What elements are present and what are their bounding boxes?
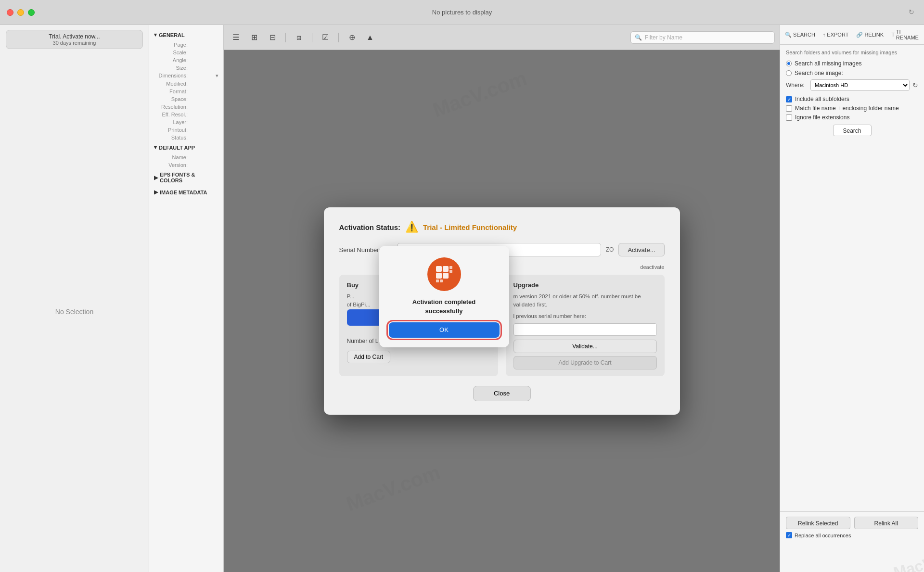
- toolbar-sep-2: [312, 33, 312, 42]
- search-all-radio[interactable]: [786, 61, 792, 66]
- properties-sidebar: ▾ GENERAL Page: Scale: Angle: Size: Dime…: [149, 25, 224, 572]
- chevron-down-icon-2: ▾: [154, 144, 157, 151]
- prev-serial-input[interactable]: [513, 323, 657, 336]
- section-default-app[interactable]: ▾ DEFAULT APP: [149, 141, 223, 153]
- refresh-icon[interactable]: ↻: [912, 81, 918, 89]
- success-dialog: Activation completedsuccessfully OK: [379, 246, 509, 347]
- replace-all-row: ✓ Replace all occurrences: [786, 532, 918, 538]
- left-sidebar: Trial. Activate now... 30 days remaining…: [0, 25, 149, 572]
- maximize-button[interactable]: [28, 9, 35, 16]
- upgrade-text: m version 2021 or older at 50% off. numb…: [513, 292, 657, 309]
- add-upgrade-button[interactable]: Add Upgrade to Cart: [513, 356, 657, 369]
- export-panel-btn[interactable]: ↑ EXPORT: [823, 32, 849, 38]
- relink-panel-btn[interactable]: 🔗 RELINK: [856, 32, 884, 38]
- svg-rect-5: [449, 266, 452, 269]
- right-panel: 🔍 SEARCH ↑ EXPORT 🔗 RELINK T TI RENAME S…: [780, 25, 924, 572]
- match-filename-row[interactable]: Match file name + enclosing folder name: [786, 105, 918, 112]
- prop-space: Space:: [149, 95, 223, 103]
- where-select[interactable]: Macintosh HD: [810, 79, 910, 91]
- title-prefix: Activation Status:: [339, 223, 401, 231]
- reload-icon[interactable]: ↻: [909, 8, 917, 17]
- prop-name: Name:: [149, 153, 223, 161]
- traffic-lights: [7, 9, 35, 16]
- trial-title: Trial. Activate now...: [12, 33, 137, 40]
- list-view-btn[interactable]: ☰: [229, 31, 243, 44]
- prop-layer: Layer:: [149, 118, 223, 126]
- add-to-cart-button[interactable]: Add to Cart: [347, 351, 391, 363]
- toolbar-sep-3: [338, 33, 339, 42]
- ignore-extensions-label: Ignore file extensions: [795, 114, 849, 121]
- svg-rect-8: [440, 280, 443, 282]
- search-all-label: Search all missing images: [795, 60, 861, 67]
- relink-selected-button[interactable]: Relink Selected: [786, 517, 850, 529]
- svg-rect-6: [449, 270, 452, 273]
- export-icon: ↑: [823, 32, 826, 38]
- svg-rect-4: [443, 273, 449, 279]
- search-one-radio[interactable]: [786, 70, 792, 76]
- watermark-3: MacV: [892, 554, 924, 572]
- filter-placeholder: Filter by Name: [645, 34, 682, 41]
- replace-all-label: Replace all occurrences: [795, 533, 851, 538]
- alert-btn[interactable]: ▲: [363, 31, 377, 44]
- prop-dimensions: Dimensions:▾: [149, 72, 223, 80]
- license-dialog: Activation Status: ⚠️ Trial - Limited Fu…: [324, 207, 680, 415]
- minimize-button[interactable]: [17, 9, 24, 16]
- close-button[interactable]: Close: [473, 386, 531, 401]
- dialog-overlay: Activation Status: ⚠️ Trial - Limited Fu…: [224, 50, 780, 572]
- prop-scale: Scale:: [149, 49, 223, 56]
- gallery-view-btn[interactable]: ⊟: [265, 31, 280, 44]
- close-button[interactable]: [7, 9, 13, 16]
- svg-rect-1: [436, 266, 442, 272]
- no-selection-label: No Selection: [0, 51, 149, 572]
- include-subfolders-label: Include all subfolders: [795, 96, 849, 102]
- include-subfolders-checkbox[interactable]: ✓: [786, 96, 792, 102]
- search-icon-panel: 🔍: [785, 32, 792, 38]
- main-toolbar: ☰ ⊞ ⊟ ⧈ ☑ ⊕ ▲ 🔍 Filter by Name: [224, 25, 780, 50]
- section-eps[interactable]: ▶ EPS FONTS & COLORS: [149, 169, 223, 186]
- search-execute-button[interactable]: Search: [833, 125, 872, 136]
- svg-rect-2: [443, 266, 449, 272]
- section-general[interactable]: ▾ GENERAL: [149, 29, 223, 41]
- relink-icon: 🔗: [856, 32, 863, 38]
- toolbar-sep-1: [285, 33, 286, 42]
- match-filename-checkbox[interactable]: [786, 105, 792, 112]
- right-panel-content: Search folders and volumes for missing i…: [780, 45, 924, 511]
- trial-banner[interactable]: Trial. Activate now... 30 days remaining: [6, 30, 143, 49]
- upgrade-title: Upgrade: [513, 281, 657, 289]
- svg-rect-7: [436, 280, 439, 282]
- activate-button[interactable]: Activate...: [618, 243, 664, 256]
- include-subfolders-row[interactable]: ✓ Include all subfolders: [786, 96, 918, 102]
- replace-all-checkbox[interactable]: ✓: [786, 532, 792, 538]
- search-all-row[interactable]: Search all missing images: [786, 60, 918, 67]
- search-one-label: Search one image:: [795, 70, 843, 76]
- app-window: No pictures to display ↻ Trial. Activate…: [0, 0, 924, 572]
- license-dialog-title: Activation Status: ⚠️ Trial - Limited Fu…: [339, 221, 665, 233]
- chevron-right-icon: ▶: [154, 175, 158, 181]
- license-status: Trial - Limited Functionality: [423, 223, 517, 231]
- search-panel-btn[interactable]: 🔍 SEARCH: [785, 32, 815, 38]
- section-metadata[interactable]: ▶ IMAGE METADATA: [149, 186, 223, 198]
- success-message: Activation completedsuccessfully: [412, 298, 475, 315]
- right-panel-bottom: Relink Selected Relink All ✓ Replace all…: [780, 511, 924, 543]
- prop-angle: Angle:: [149, 56, 223, 64]
- rename-panel-btn[interactable]: T TI RENAME: [891, 29, 919, 40]
- title-bar-right: ↻: [909, 8, 917, 17]
- prev-serial-label: l previous serial number here:: [513, 312, 657, 320]
- chevron-dim-icon: ▾: [216, 73, 218, 79]
- checkbox-btn[interactable]: ☑: [318, 31, 333, 44]
- search-one-row[interactable]: Search one image:: [786, 70, 918, 76]
- prop-size: Size:: [149, 64, 223, 72]
- ignore-extensions-checkbox[interactable]: [786, 114, 792, 121]
- filter-bar[interactable]: 🔍 Filter by Name: [630, 31, 775, 44]
- chevron-right-icon-2: ▶: [154, 189, 158, 195]
- validate-button[interactable]: Validate...: [513, 340, 657, 353]
- grid-view-btn[interactable]: ⊞: [247, 31, 261, 44]
- crop-btn[interactable]: ⧈: [292, 31, 306, 44]
- right-panel-watermark-area: MacV: [780, 543, 924, 572]
- ok-button[interactable]: OK: [389, 322, 500, 338]
- main-content: ☰ ⊞ ⊟ ⧈ ☑ ⊕ ▲ 🔍 Filter by Name: [224, 25, 780, 572]
- ignore-extensions-row[interactable]: Ignore file extensions: [786, 114, 918, 121]
- relink-all-button[interactable]: Relink All: [854, 517, 919, 529]
- layers-btn[interactable]: ⊕: [345, 31, 359, 44]
- content-area: Trial. Activate now... 30 days remaining…: [0, 25, 924, 572]
